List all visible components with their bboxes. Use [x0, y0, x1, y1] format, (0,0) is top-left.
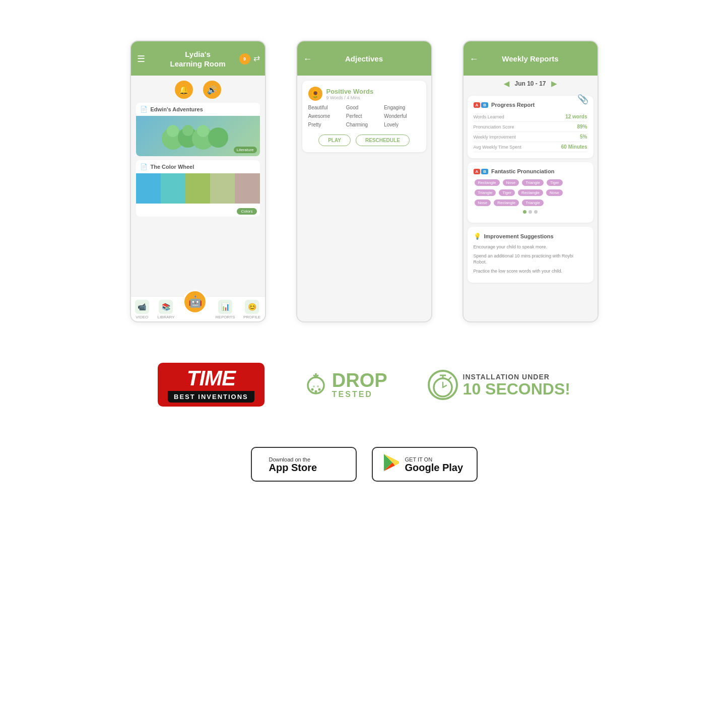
- pronunciation-card: A B Fantastic Pronunciation Rectangle No…: [468, 162, 593, 223]
- tag-nose-1: Nose: [503, 179, 519, 186]
- tag-tiger-1: Tiger: [547, 179, 563, 186]
- nav-reports-label: REPORTS: [216, 315, 235, 319]
- card2-title: The Color Wheel: [151, 164, 194, 170]
- next-week-arrow[interactable]: ▶: [551, 80, 557, 88]
- install-text-container: INSTALLATION UNDER 10 SECONDS!: [463, 373, 570, 397]
- word-engaging: Engaging: [384, 105, 420, 110]
- color-strip-pink: [235, 173, 259, 204]
- dot-1: [523, 210, 526, 214]
- pronunciation-tags-row-1: Rectangle Nose Triangle Tiger: [474, 178, 587, 187]
- nav-profile[interactable]: 😊 PROFILE: [243, 300, 260, 319]
- badge-a: A: [474, 102, 481, 108]
- word-pretty: Pretty: [308, 122, 344, 127]
- card2-title-row: 📄 The Color Wheel: [136, 160, 260, 173]
- time-text: TIME: [187, 368, 235, 389]
- nav-library-label: LIBRARY: [157, 315, 174, 319]
- screen3-title: Weekly Reports: [502, 54, 558, 64]
- pronunciation-tags-row-3: Nose Rectangle Triangle: [474, 198, 587, 207]
- svg-point-12: [314, 390, 317, 392]
- positive-words-card: 🌻 Positive Words 9 Words / 4 Mins Beauti…: [302, 81, 426, 152]
- nav-reports[interactable]: 📊 REPORTS: [216, 300, 235, 319]
- prev-week-arrow[interactable]: ◀: [504, 80, 509, 88]
- nav-video[interactable]: 📹 VIDEO: [135, 300, 149, 319]
- svg-point-6: [208, 127, 228, 148]
- card1-title: Edwin's Adventures: [151, 106, 203, 112]
- timer-svg: [430, 371, 455, 399]
- suggestion-2: Spend an additional 10 mins practicing w…: [474, 253, 587, 266]
- svg-line-21: [449, 377, 451, 379]
- stat-pronunciation: Pronunciation Score 89%: [474, 122, 587, 132]
- app-store-text: Download on the App Store: [269, 456, 317, 473]
- card1-image: Literature: [136, 116, 260, 156]
- google-play-large-text: Google Play: [405, 462, 464, 473]
- word-awesome: Awesome: [308, 113, 344, 119]
- screen3-header: ← Weekly Reports: [464, 41, 598, 76]
- pronunciation-title: Fantastic Pronunciation: [491, 168, 554, 174]
- nav-video-label: VIDEO: [136, 315, 148, 319]
- back-arrow-icon[interactable]: ←: [303, 54, 312, 64]
- clip-icon: 📎: [577, 94, 588, 105]
- pagination-dots: [474, 210, 587, 214]
- back-arrow-icon-3[interactable]: ←: [470, 54, 479, 64]
- screen1-title: Lydia's Learning Room: [170, 49, 225, 69]
- positive-words-header: 🌻 Positive Words 9 Words / 4 Mins: [308, 87, 420, 101]
- phone-screen-1: ☰ Lydia's Learning Room 9 ⇄ 🔔 🔊 📄: [130, 40, 266, 322]
- badges-row: TIME BEST INVENTIONS DROP: [158, 363, 570, 407]
- ab-badge: A B: [474, 102, 489, 108]
- tag-triangle-3: Triangle: [522, 200, 544, 206]
- tag-triangle-1: Triangle: [522, 179, 544, 186]
- swap-icon[interactable]: ⇄: [253, 53, 260, 64]
- store-buttons-row: Download on the App Store GET IT ON Goog…: [251, 447, 478, 482]
- stat-words-learned: Words Learned 12 words: [474, 112, 587, 122]
- google-play-button[interactable]: GET IT ON Google Play: [372, 447, 478, 482]
- edwin-adventures-card[interactable]: 📄 Edwin's Adventures Literature: [136, 103, 260, 156]
- avatar-button[interactable]: 🤖: [183, 290, 207, 314]
- svg-point-11: [311, 388, 313, 390]
- svg-point-13: [318, 388, 320, 390]
- progress-report-title: Progress Report: [491, 102, 535, 108]
- nav-library[interactable]: 📚 LIBRARY: [157, 300, 174, 319]
- suggestions-title: Improvement Suggestions: [484, 233, 554, 239]
- color-strip-blue: [136, 173, 161, 204]
- notification-icon[interactable]: 🔔: [175, 81, 193, 99]
- time-badge: TIME BEST INVENTIONS: [158, 363, 264, 407]
- tag-tiger-2: Tiger: [499, 189, 515, 196]
- drop-text-line1: DROP: [332, 371, 387, 390]
- pronunciation-tags-row-2: Triangle Tiger Rectangle Nose: [474, 188, 587, 197]
- google-play-small-text: GET IT ON: [405, 456, 464, 462]
- bottom-nav: 📹 VIDEO 📚 LIBRARY 🤖 📊 REPORTS 😊 PROFILE: [131, 296, 265, 321]
- badge-b: B: [481, 102, 488, 108]
- reports-icon: 📊: [218, 300, 232, 314]
- ab-badge-2: A B: [474, 169, 489, 174]
- install-line2: 10 SECONDS!: [463, 381, 570, 397]
- color-wheel-card[interactable]: 📄 The Color Wheel Colors: [136, 160, 260, 217]
- tag-rectangle-3: Rectangle: [494, 200, 519, 206]
- word-perfect: Perfect: [346, 113, 382, 119]
- google-play-text: GET IT ON Google Play: [405, 456, 464, 473]
- svg-point-3: [182, 125, 193, 136]
- reschedule-button[interactable]: RESCHEDULE: [356, 135, 410, 146]
- badge-b-2: B: [481, 169, 488, 174]
- card1-title-row: 📄 Edwin's Adventures: [136, 103, 260, 116]
- svg-point-15: [317, 385, 319, 387]
- suggestion-1: Encourage your child to speak more.: [474, 244, 587, 250]
- color-strips: [136, 173, 260, 204]
- screen1-body: 🔔 🔊 📄 Edwin's Adventures: [131, 76, 265, 296]
- week-navigation: ◀ Jun 10 - 17 ▶: [464, 76, 598, 92]
- screen1-title-line1: Lydia's: [170, 49, 225, 59]
- notification-badge[interactable]: 9: [239, 53, 250, 64]
- sound-icon[interactable]: 🔊: [203, 81, 221, 99]
- tag-nose-3: Nose: [475, 200, 491, 206]
- profile-icon: 😊: [245, 300, 259, 314]
- week-label: Jun 10 - 17: [514, 80, 546, 87]
- play-button[interactable]: PLAY: [318, 135, 351, 146]
- action-icons-row: 🔔 🔊: [136, 81, 260, 99]
- install-badge: INSTALLATION UNDER 10 SECONDS!: [428, 370, 570, 400]
- drop-text-line2: TESTED: [332, 390, 387, 399]
- app-store-button[interactable]: Download on the App Store: [251, 447, 357, 482]
- menu-icon[interactable]: ☰: [137, 53, 145, 64]
- nav-home-avatar[interactable]: 🤖: [183, 300, 207, 319]
- word-card-buttons: PLAY RESCHEDULE: [308, 135, 420, 146]
- library-icon: 📚: [159, 300, 173, 314]
- color-strip-green: [185, 173, 210, 204]
